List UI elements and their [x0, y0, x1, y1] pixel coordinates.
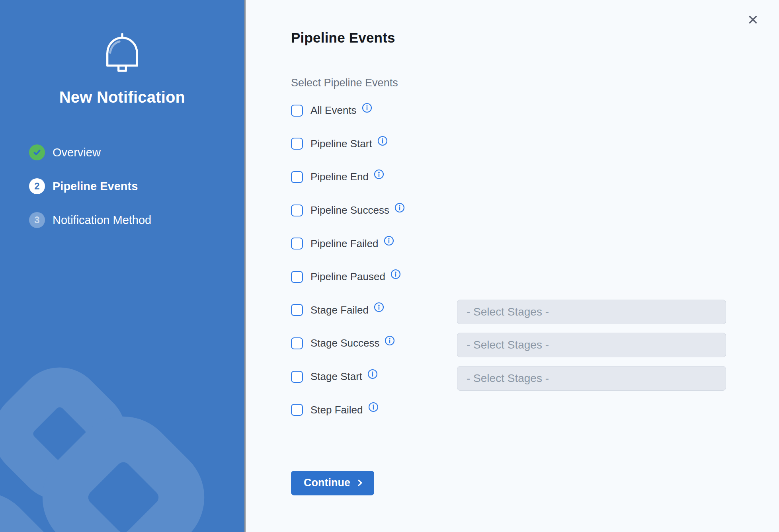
info-icon[interactable] [390, 269, 401, 279]
info-icon[interactable] [394, 203, 405, 213]
event-row: Pipeline Success [291, 194, 779, 227]
event-row: Pipeline Start [291, 127, 779, 161]
section-label: Select Pipeline Events [291, 77, 779, 89]
chevron-right-icon [356, 479, 364, 487]
event-checkbox[interactable] [291, 337, 303, 349]
event-label[interactable]: Pipeline End [310, 171, 369, 183]
event-checkbox[interactable] [291, 138, 303, 150]
event-label[interactable]: Pipeline Failed [310, 238, 379, 250]
event-checkbox[interactable] [291, 404, 303, 416]
step-number-badge: 2 [29, 178, 45, 194]
event-checkbox[interactable] [291, 271, 303, 283]
continue-button[interactable]: Continue [291, 471, 374, 495]
step-label: Pipeline Events [53, 180, 138, 193]
event-row: All Events [291, 94, 779, 127]
step-pipeline-events[interactable]: 2 Pipeline Events [0, 178, 244, 194]
event-row: Pipeline End [291, 160, 779, 194]
event-label[interactable]: Pipeline Success [310, 204, 389, 216]
event-row: Pipeline Failed [291, 227, 779, 260]
info-icon[interactable] [367, 369, 378, 379]
info-icon[interactable] [377, 136, 388, 146]
event-row: Stage Failed - Select Stages - [291, 294, 779, 327]
wizard-sidebar: New Notification Overview 2 Pipeline Eve… [0, 0, 246, 532]
stage-select-dropdown[interactable]: - Select Stages - [457, 366, 726, 391]
close-icon [748, 15, 758, 25]
event-checkbox[interactable] [291, 205, 303, 216]
info-icon[interactable] [384, 236, 394, 246]
wizard-title: New Notification [0, 88, 244, 106]
info-icon[interactable] [368, 402, 379, 412]
event-row: Stage Start - Select Stages - [291, 360, 779, 394]
event-checkbox[interactable] [291, 371, 303, 383]
info-icon[interactable] [385, 335, 395, 346]
info-icon[interactable] [362, 103, 372, 113]
continue-label: Continue [304, 477, 350, 489]
check-icon [32, 148, 42, 157]
event-label[interactable]: Pipeline Paused [310, 271, 385, 283]
event-checkbox[interactable] [291, 304, 303, 316]
step-number-badge: 3 [29, 212, 45, 228]
step-label: Overview [53, 146, 101, 159]
page-title: Pipeline Events [291, 30, 779, 46]
event-row: Step Failed [291, 393, 779, 427]
stage-select-dropdown[interactable]: - Select Stages - [457, 300, 726, 324]
event-label[interactable]: Pipeline Start [310, 138, 372, 150]
event-label[interactable]: Stage Failed [310, 304, 369, 316]
brand-watermark [0, 0, 246, 532]
step-label: Notification Method [53, 214, 151, 227]
event-row: Pipeline Paused [291, 260, 779, 294]
event-label[interactable]: All Events [310, 104, 357, 117]
info-icon[interactable] [374, 302, 384, 312]
event-list: All Events Pipeline Start Pipeline End P… [291, 94, 779, 427]
wizard-steps: Overview 2 Pipeline Events 3 Notificatio… [0, 144, 244, 228]
event-checkbox[interactable] [291, 238, 303, 249]
step-notification-method[interactable]: 3 Notification Method [0, 212, 244, 228]
bell-icon [100, 33, 144, 74]
step-overview[interactable]: Overview [0, 144, 244, 160]
info-icon[interactable] [374, 169, 384, 179]
event-label[interactable]: Stage Success [310, 337, 379, 349]
pipeline-events-panel: Pipeline Events Select Pipeline Events A… [246, 0, 779, 532]
step-complete-badge [29, 144, 45, 160]
event-checkbox[interactable] [291, 105, 303, 117]
event-label[interactable]: Stage Start [310, 370, 362, 383]
close-button[interactable] [745, 12, 760, 27]
event-checkbox[interactable] [291, 171, 303, 183]
event-row: Stage Success - Select Stages - [291, 327, 779, 360]
event-label[interactable]: Step Failed [310, 404, 363, 416]
stage-select-dropdown[interactable]: - Select Stages - [457, 333, 726, 357]
